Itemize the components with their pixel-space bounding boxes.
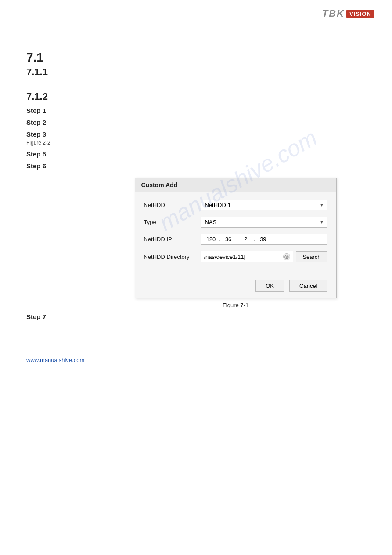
dialog-footer: OK Cancel bbox=[135, 273, 336, 298]
figure-7-1-caption: Figure 7-1 bbox=[223, 302, 248, 308]
dialog-body: NetHDD NetHDD 1 Type bbox=[135, 192, 336, 273]
footer-link[interactable]: www.manualshive.com bbox=[26, 357, 392, 363]
header: TBK VISION bbox=[0, 0, 392, 24]
custom-add-dialog: Custom Add NetHDD NetHDD 1 bbox=[135, 178, 337, 298]
dialog-title-bar: Custom Add bbox=[135, 178, 336, 192]
section-7-1-1-heading: 7.1.1 bbox=[26, 66, 366, 78]
nethdd-select-wrapper[interactable]: NetHDD 1 bbox=[201, 200, 327, 210]
nethdd-row: NetHDD NetHDD 1 bbox=[144, 200, 327, 210]
cancel-button[interactable]: Cancel bbox=[289, 280, 327, 292]
step5-label: Step 5 bbox=[26, 150, 366, 158]
type-row: Type NAS bbox=[144, 217, 327, 228]
nethdd-directory-label: NetHDD Directory bbox=[144, 254, 201, 260]
logo-vision: VISION bbox=[346, 10, 374, 18]
directory-control: ⊗ Search bbox=[201, 251, 327, 262]
nethdd-select[interactable]: NetHDD 1 bbox=[201, 200, 327, 210]
step1-label: Step 1 bbox=[26, 107, 366, 114]
figure-2-2-label: Figure 2-2 bbox=[26, 140, 366, 146]
nethdd-ip-row: NetHDD IP . . . bbox=[144, 234, 327, 245]
directory-input[interactable] bbox=[204, 254, 284, 260]
section-7-1-2-heading: 7.1.2 bbox=[26, 91, 366, 102]
nethdd-directory-row: NetHDD Directory ⊗ Search bbox=[144, 251, 327, 262]
section-7-1-heading: 7.1 bbox=[26, 51, 366, 65]
ip-dot-3: . bbox=[253, 236, 256, 243]
ip-segment-1[interactable] bbox=[204, 236, 218, 243]
type-select[interactable]: NAS bbox=[201, 217, 327, 228]
nethdd-ip-label: NetHDD IP bbox=[144, 236, 201, 243]
type-select-wrapper[interactable]: NAS bbox=[201, 217, 327, 228]
ip-segment-4[interactable] bbox=[256, 236, 270, 243]
step6-label: Step 6 bbox=[26, 162, 366, 170]
ip-dot-1: . bbox=[218, 236, 222, 243]
step2-label: Step 2 bbox=[26, 119, 366, 126]
nethdd-control: NetHDD 1 bbox=[201, 200, 327, 210]
ok-button[interactable]: OK bbox=[255, 280, 284, 292]
ip-input-group: . . . bbox=[201, 234, 327, 245]
ip-segment-3[interactable] bbox=[239, 236, 253, 243]
nethdd-label: NetHDD bbox=[144, 202, 201, 208]
dialog-title: Custom Add bbox=[141, 181, 178, 189]
directory-input-wrapper: ⊗ bbox=[201, 251, 294, 262]
ip-segment-2[interactable] bbox=[221, 236, 235, 243]
content: 7.1 7.1.1 7.1.2 Step 1 Step 2 Step 3 Fig… bbox=[0, 24, 392, 340]
ip-dot-2: . bbox=[235, 236, 239, 243]
clear-directory-icon[interactable]: ⊗ bbox=[283, 253, 290, 260]
search-button[interactable]: Search bbox=[296, 251, 327, 262]
footer-divider bbox=[18, 353, 374, 353]
step7-label: Step 7 bbox=[26, 313, 366, 320]
type-control: NAS bbox=[201, 217, 327, 228]
step3-label: Step 3 bbox=[26, 131, 366, 138]
type-label: Type bbox=[144, 219, 201, 225]
logo-tbk: TBK bbox=[322, 8, 345, 19]
ip-control: . . . bbox=[201, 234, 327, 245]
directory-input-row: ⊗ Search bbox=[201, 251, 327, 262]
logo: TBK VISION bbox=[322, 8, 374, 19]
dialog-wrapper: Custom Add NetHDD NetHDD 1 bbox=[105, 178, 366, 308]
